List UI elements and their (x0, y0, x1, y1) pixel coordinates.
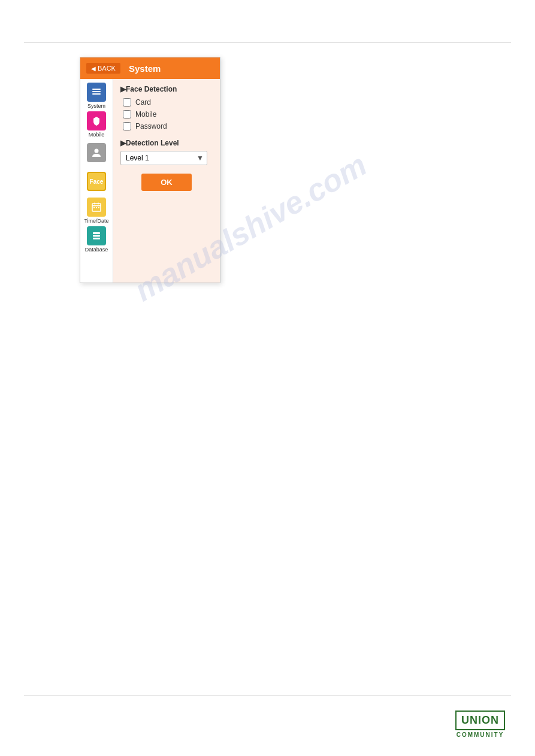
sidebar-item-face-active[interactable]: Face (83, 168, 110, 196)
level-select[interactable]: Level 1 Level 2 Level 3 (120, 151, 207, 165)
svg-rect-0 (92, 89, 101, 90)
card-checkbox-label: Card (135, 98, 151, 107)
ok-btn-wrapper: OK (120, 165, 213, 198)
svg-rect-6 (98, 203, 99, 205)
system-icon (87, 83, 106, 102)
sidebar: System Mobile (80, 79, 113, 283)
svg-rect-7 (92, 205, 101, 207)
top-rule (24, 42, 511, 42)
back-label: BACK (98, 65, 116, 72)
sidebar-mobile-label: Mobile (89, 132, 105, 138)
mobile-checkbox-row: Mobile (123, 110, 213, 119)
sidebar-item-timedate[interactable]: Time/Date (83, 197, 110, 224)
level-select-wrapper: Level 1 Level 2 Level 3 ▼ (120, 151, 207, 165)
sidebar-item-system[interactable]: System (83, 82, 110, 110)
mobile-checkbox-label: Mobile (135, 110, 156, 119)
svg-rect-1 (92, 91, 101, 92)
logo-area: UNION COMMUNITY (455, 711, 505, 738)
panel-title: System (129, 63, 161, 74)
back-arrow-icon: ◀ (91, 65, 96, 72)
password-checkbox-row: Password (123, 122, 213, 130)
panel-header: ◀ BACK System (80, 57, 220, 79)
card-checkbox-row: Card (123, 98, 213, 107)
face-active-icon: Face (87, 172, 106, 191)
sidebar-timedate-label: Time/Date (84, 218, 108, 224)
svg-rect-5 (94, 203, 95, 205)
sidebar-database-label: Database (85, 247, 108, 253)
logo-box: UNION (455, 711, 505, 730)
svg-rect-2 (92, 93, 101, 95)
community-text: COMMUNITY (457, 731, 504, 738)
svg-rect-11 (93, 232, 100, 234)
ok-button[interactable]: OK (141, 174, 192, 191)
face-detection-title: ▶Face Detection (120, 85, 213, 93)
checkbox-group: Card Mobile Password (123, 98, 213, 130)
page-container: manualshive.com ◀ BACK System (0, 0, 535, 756)
sidebar-item-face-inactive[interactable] (83, 139, 110, 167)
face-active-label-text: Face (90, 178, 104, 185)
svg-rect-13 (93, 238, 100, 239)
mobile-checkbox[interactable] (123, 110, 131, 119)
detection-level-title: ▶Detection Level (120, 139, 213, 147)
password-checkbox[interactable] (123, 122, 131, 130)
main-content: ▶Face Detection Card Mobile Password (113, 79, 220, 283)
sidebar-system-label: System (87, 103, 105, 109)
svg-point-3 (95, 149, 99, 153)
card-checkbox[interactable] (123, 98, 131, 107)
password-checkbox-label: Password (135, 122, 167, 130)
svg-rect-9 (96, 207, 97, 208)
database-icon (87, 226, 106, 245)
panel-body: System Mobile (80, 79, 220, 283)
svg-rect-8 (93, 207, 95, 208)
sidebar-item-database[interactable]: Database (83, 226, 110, 253)
face-inactive-icon (87, 143, 106, 162)
timedate-icon (87, 198, 106, 217)
svg-rect-10 (98, 207, 99, 208)
svg-rect-12 (93, 235, 100, 237)
mobile-icon (87, 111, 106, 130)
device-panel: ◀ BACK System System (80, 57, 220, 283)
back-button[interactable]: ◀ BACK (86, 63, 120, 74)
sidebar-item-mobile[interactable]: Mobile (83, 111, 110, 138)
union-text: UNION (461, 714, 499, 727)
bottom-rule (24, 696, 511, 696)
